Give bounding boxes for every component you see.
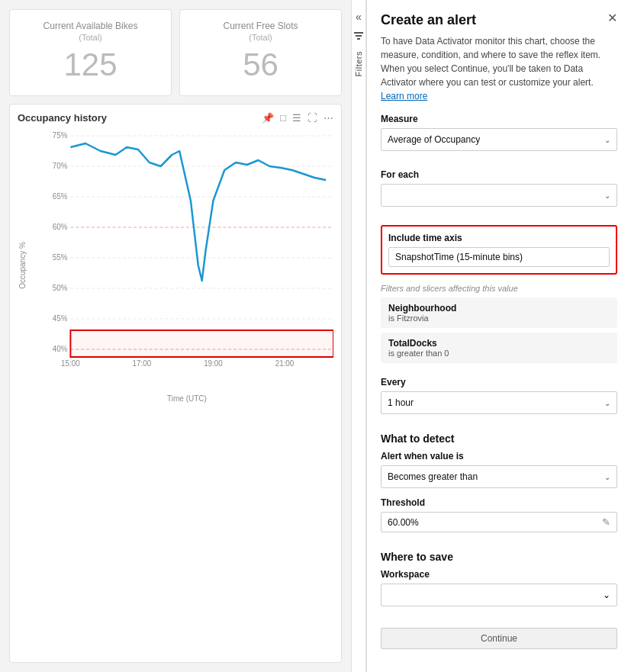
close-button[interactable]: ✕ bbox=[607, 12, 617, 24]
filters-tab[interactable]: « Filters bbox=[351, 0, 366, 672]
card-slots-value: 56 bbox=[243, 47, 278, 83]
svg-text:15:00: 15:00 bbox=[61, 359, 80, 368]
for-each-select[interactable]: ⌄ bbox=[381, 184, 617, 207]
what-to-detect-section: What to detect Alert when value is Becom… bbox=[381, 432, 617, 542]
workspace-chevron-icon: ⌄ bbox=[603, 590, 610, 600]
svg-rect-22 bbox=[356, 35, 362, 37]
measure-select[interactable]: Average of Occupancy ⌄ bbox=[381, 128, 617, 151]
continue-button[interactable]: Continue bbox=[381, 628, 617, 649]
card-bikes-title: Current Available Bikes bbox=[43, 21, 138, 33]
filter-item-neighbourhood: Neighbourhood is Fitzrovia bbox=[381, 297, 617, 328]
x-axis-label: Time (UTC) bbox=[40, 394, 333, 403]
filters-slicers-section: Filters and slicers affecting this value… bbox=[381, 284, 617, 368]
chart-svg-container: 75% 70% 65% 60% 55% 50% 45% 40% 15:00 17… bbox=[40, 128, 333, 380]
every-select[interactable]: 1 hour ⌄ bbox=[381, 391, 617, 414]
threshold-row: 60.00% ✎ bbox=[381, 512, 617, 532]
collapse-icon[interactable]: « bbox=[356, 11, 362, 23]
threshold-value: 60.00% bbox=[388, 517, 602, 528]
alert-when-value: Becomes greater than bbox=[388, 471, 478, 482]
right-panel: Create an alert ✕ To have Data Activator… bbox=[366, 0, 631, 672]
expand-icon[interactable]: ⛶ bbox=[307, 112, 317, 124]
for-each-label: For each bbox=[381, 169, 617, 180]
measure-select-value: Average of Occupancy bbox=[388, 134, 480, 145]
measure-section: Measure Average of Occupancy ⌄ bbox=[381, 114, 617, 160]
svg-text:65%: 65% bbox=[53, 192, 68, 201]
panel-description: To have Data Activator monitor this char… bbox=[381, 34, 617, 103]
for-each-section: For each ⌄ bbox=[381, 169, 617, 216]
svg-text:70%: 70% bbox=[53, 162, 68, 170]
filter-item-totaldocks: TotalDocks is greater than 0 bbox=[381, 333, 617, 363]
panel-desc-text: To have Data Activator monitor this char… bbox=[381, 36, 600, 88]
svg-text:60%: 60% bbox=[53, 223, 68, 231]
filter-icon[interactable]: ☰ bbox=[292, 112, 301, 124]
filter-totaldocks-value: is greater than 0 bbox=[388, 349, 610, 358]
time-axis-label: Include time axis bbox=[388, 233, 610, 243]
svg-rect-23 bbox=[357, 38, 360, 40]
every-section: Every 1 hour ⌄ bbox=[381, 377, 617, 423]
edit-icon[interactable]: ✎ bbox=[602, 516, 610, 528]
more-icon[interactable]: ⋯ bbox=[324, 112, 333, 124]
where-to-save-section: Where to save Workspace ⌄ bbox=[381, 551, 617, 616]
svg-rect-20 bbox=[70, 330, 333, 357]
y-axis-label: Occupancy % bbox=[18, 242, 27, 289]
for-each-chevron-icon: ⌄ bbox=[604, 191, 610, 200]
filters-tab-label[interactable]: Filters bbox=[354, 51, 363, 76]
svg-rect-21 bbox=[354, 32, 363, 34]
what-to-detect-title: What to detect bbox=[381, 432, 617, 445]
filter-neighbourhood-value: is Fitzrovia bbox=[388, 313, 610, 323]
where-to-save-title: Where to save bbox=[381, 551, 617, 563]
filters-slicers-label: Filters and slicers affecting this value bbox=[381, 284, 617, 293]
svg-text:50%: 50% bbox=[53, 284, 68, 292]
chart-icons: 📌 □ ☰ ⛶ ⋯ bbox=[262, 112, 333, 124]
metric-card-slots: Current Free Slots (Total) 56 bbox=[179, 9, 342, 96]
threshold-label: Threshold bbox=[381, 497, 617, 508]
chart-header: Occupancy history 📌 □ ☰ ⛶ ⋯ bbox=[18, 112, 333, 124]
card-bikes-subtitle: (Total) bbox=[79, 33, 102, 42]
copy-icon[interactable]: □ bbox=[280, 112, 286, 124]
workspace-label: Workspace bbox=[381, 569, 617, 580]
filter-totaldocks-name: TotalDocks bbox=[388, 338, 610, 349]
filter-neighbourhood-name: Neighbourhood bbox=[388, 303, 610, 313]
svg-text:45%: 45% bbox=[53, 314, 68, 323]
svg-text:40%: 40% bbox=[53, 345, 68, 353]
svg-text:21:00: 21:00 bbox=[275, 359, 295, 368]
workspace-select[interactable]: ⌄ bbox=[381, 584, 617, 606]
panel-title: Create an alert bbox=[381, 12, 476, 28]
card-slots-title: Current Free Slots bbox=[223, 21, 298, 33]
chart-area: Occupancy % 75% 70% 65% 60% bbox=[18, 128, 333, 403]
alert-when-label: Alert when value is bbox=[381, 451, 617, 461]
alert-when-select[interactable]: Becomes greater than ⌄ bbox=[381, 465, 617, 488]
learn-more-link[interactable]: Learn more bbox=[381, 91, 427, 101]
svg-text:17:00: 17:00 bbox=[133, 359, 152, 368]
chart-title: Occupancy history bbox=[18, 112, 107, 124]
left-panel: Current Available Bikes (Total) 125 Curr… bbox=[0, 0, 351, 672]
pin-icon[interactable]: 📌 bbox=[262, 112, 274, 124]
metric-card-bikes: Current Available Bikes (Total) 125 bbox=[9, 9, 172, 96]
measure-label: Measure bbox=[381, 114, 617, 124]
svg-text:19:00: 19:00 bbox=[204, 359, 223, 368]
every-chevron-icon: ⌄ bbox=[604, 399, 610, 407]
measure-chevron-icon: ⌄ bbox=[604, 136, 610, 144]
svg-text:55%: 55% bbox=[53, 253, 68, 262]
chart-card: Occupancy history 📌 □ ☰ ⛶ ⋯ Occupancy % bbox=[9, 104, 342, 663]
every-label: Every bbox=[381, 377, 617, 387]
card-bikes-value: 125 bbox=[63, 47, 117, 83]
panel-header: Create an alert ✕ bbox=[381, 12, 617, 28]
alert-when-chevron-icon: ⌄ bbox=[604, 473, 610, 481]
time-axis-value: SnapshotTime (15-minute bins) bbox=[388, 247, 610, 267]
card-slots-subtitle: (Total) bbox=[249, 33, 272, 42]
time-axis-section: Include time axis SnapshotTime (15-minut… bbox=[381, 225, 617, 275]
every-select-value: 1 hour bbox=[388, 397, 414, 408]
filter-tab-icon[interactable] bbox=[353, 31, 364, 43]
svg-text:75%: 75% bbox=[53, 131, 68, 140]
metric-cards: Current Available Bikes (Total) 125 Curr… bbox=[9, 9, 342, 96]
